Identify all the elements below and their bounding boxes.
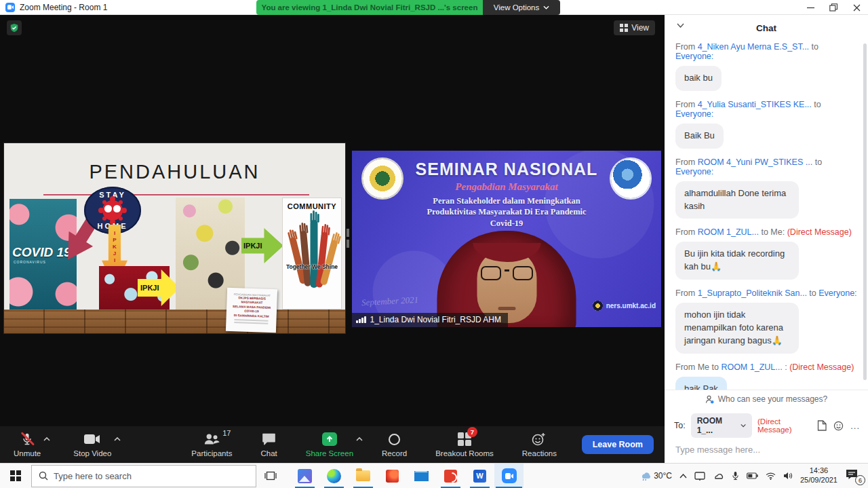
view-layout-button[interactable]: View — [614, 20, 655, 35]
recipient-selected: ROOM 1_... — [697, 416, 736, 435]
chat-message: From 4_Niken Ayu Merna E.S_ST... to Ever… — [675, 42, 857, 91]
task-view-button[interactable] — [256, 464, 285, 488]
direct-message-tag: (Direct Message) — [789, 362, 854, 372]
seminar-title: SEMINAR NASIONAL — [352, 159, 661, 179]
meeting-toolbar: Unmute Stop Video 17 Participants — [0, 426, 665, 463]
chat-collapse-chevron-icon[interactable] — [677, 23, 684, 28]
minimize-button[interactable] — [799, 0, 822, 15]
audio-options-chevron[interactable] — [42, 434, 52, 444]
ipkji-green-label: IPKJI — [241, 242, 262, 250]
participants-label: Participants — [191, 449, 232, 457]
taskbar-search[interactable] — [31, 465, 256, 487]
breakout-rooms-button[interactable]: 7 Breakout Rooms — [435, 432, 494, 457]
unmute-button[interactable]: Unmute — [14, 432, 41, 457]
search-input[interactable] — [54, 471, 230, 481]
share-screen-icon — [322, 432, 337, 446]
message-sender: ROOM 1_ZUL... — [721, 362, 782, 372]
share-screen-label: Share Screen — [306, 449, 353, 457]
emoji-icon[interactable] — [833, 421, 844, 431]
chat-bubble-icon — [262, 432, 276, 447]
grid-view-icon — [620, 24, 628, 32]
file-attach-icon[interactable] — [817, 420, 827, 431]
handwritten-date: September 2021 — [361, 295, 419, 308]
chat-title: Chat — [756, 23, 776, 33]
restore-button[interactable] — [822, 0, 845, 15]
taskbar-office-app[interactable] — [378, 464, 407, 488]
notification-count-badge: 6 — [855, 475, 865, 485]
seminar-desc-line: Covid-19 — [352, 218, 661, 229]
weather-widget[interactable]: 30°C — [639, 471, 672, 481]
speaker-icon[interactable] — [783, 472, 793, 480]
chat-message: From 1_Suprapto_Politeknik San... to Eve… — [675, 288, 857, 354]
record-label: Record — [382, 449, 407, 457]
video-options-chevron[interactable] — [113, 434, 122, 444]
edge-icon — [327, 469, 341, 483]
more-options-icon[interactable]: ... — [850, 421, 860, 431]
chat-footer: Who can see your messages? To: ROOM 1_..… — [665, 390, 868, 463]
taskbar-photos-app[interactable] — [290, 464, 319, 488]
recipient-dropdown[interactable]: ROOM 1_... — [691, 413, 752, 438]
start-button[interactable] — [0, 464, 31, 488]
chat-header: Chat — [665, 15, 868, 41]
message-sender: ROOM 4_Yuni PW_STIKES ... — [698, 157, 813, 167]
chat-scrollbar[interactable] — [863, 43, 867, 380]
covid-sublabel: CORONAVIRUS — [9, 260, 77, 264]
taskbar-apps — [290, 464, 524, 488]
meeting-info-shield-icon[interactable] — [7, 20, 22, 35]
taskbar-mail-app[interactable] — [407, 464, 436, 488]
poster-card: PENGABDIAN MASYARAKAT DKJPS BERBASIS MAS… — [226, 288, 277, 333]
reactions-button[interactable]: Reactions — [522, 432, 557, 457]
photos-icon — [298, 469, 312, 483]
message-bubble: Baik Bu — [675, 124, 724, 149]
taskbar-zoom-app[interactable] — [494, 464, 524, 488]
windows-logo-icon — [10, 470, 21, 481]
taskbar-clock[interactable]: 14:36 25/09/2021 — [800, 466, 837, 485]
action-center-button[interactable]: 6 — [845, 468, 863, 483]
microphone-icon[interactable] — [732, 471, 739, 481]
taskbar-edge-app[interactable] — [319, 464, 349, 488]
share-screen-button[interactable]: Share Screen — [306, 432, 353, 457]
tray-expand-chevron-icon[interactable] — [679, 474, 687, 478]
chat-message-input[interactable] — [665, 440, 868, 463]
participants-button[interactable]: 17 Participants — [191, 432, 232, 457]
temperature-text: 30°C — [654, 471, 672, 481]
slide-title: PENDAHULUAN — [4, 161, 345, 183]
taskbar-word-app[interactable] — [465, 464, 494, 488]
stop-video-button[interactable]: Stop Video — [73, 432, 111, 457]
view-options-label: View Options — [494, 3, 540, 12]
onedrive-cloud-icon[interactable] — [713, 472, 724, 480]
message-sender: 4_Niken Ayu Merna E.S_ST... — [698, 42, 809, 52]
meeting-stage: View PENDAHULUAN COVID 19 CORONAVIRUS ST… — [0, 15, 665, 426]
taskbar-pdf-app[interactable] — [436, 464, 465, 488]
card-line: DI SAMARINDA KALTIM — [229, 314, 274, 320]
virus-face-icon — [102, 200, 123, 221]
office-icon — [386, 470, 399, 483]
slide-title-rule — [43, 194, 309, 195]
raised-hands-illustration — [283, 210, 342, 299]
covid-label: COVID 19 — [9, 245, 77, 260]
chat-panel: Chat From 4_Niken Ayu Merna E.S_ST... to… — [665, 15, 868, 463]
privacy-note[interactable]: Who can see your messages? — [665, 390, 868, 408]
slide-scrollbar-mark[interactable] — [347, 229, 349, 249]
green-right-arrow: IPKJI — [241, 228, 283, 263]
chat-message: From ROOM 1_ZUL... to Me: (Direct Messag… — [675, 227, 857, 280]
covid-image: COVID 19 CORONAVIRUS — [9, 199, 77, 309]
taskbar-file-explorer-app[interactable] — [349, 464, 378, 488]
chat-button[interactable]: Chat — [260, 432, 277, 457]
screen-viewing-banner: You are viewing 1_Linda Dwi Novial Fitri… — [256, 0, 483, 15]
cast-display-icon[interactable] — [694, 472, 705, 481]
battery-icon[interactable] — [747, 472, 758, 479]
speaker-mouth — [498, 307, 515, 310]
message-bubble: baik bu — [675, 66, 722, 91]
chat-messages: From 4_Niken Ayu Merna E.S_ST... to Ever… — [665, 41, 868, 401]
wifi-icon[interactable] — [766, 472, 776, 480]
direct-message-label: (Direct Message) — [757, 417, 812, 434]
record-button[interactable]: Record — [382, 432, 407, 457]
direct-message-tag: (Direct Message) — [787, 227, 852, 237]
title-bar: Zoom Meeting - Room 1 You are viewing 1_… — [0, 0, 868, 15]
message-recipient: Everyone: — [675, 167, 713, 176]
view-options-button[interactable]: View Options — [483, 0, 560, 15]
share-options-chevron[interactable] — [355, 434, 364, 444]
close-button[interactable] — [845, 0, 868, 15]
leave-room-button[interactable]: Leave Room — [582, 435, 654, 454]
